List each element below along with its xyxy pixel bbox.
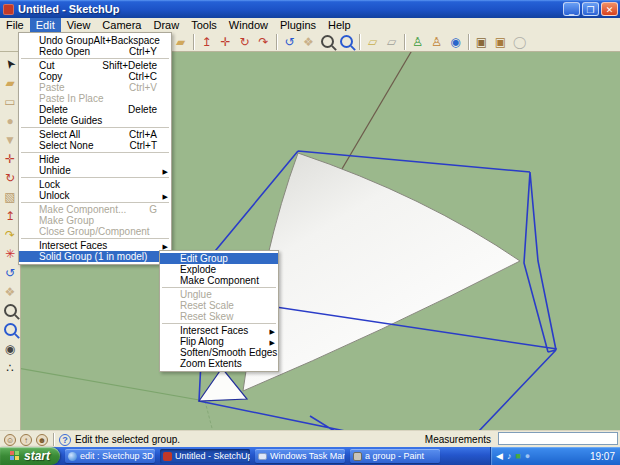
toolbar-separator <box>359 34 360 50</box>
menu-separator <box>21 58 169 59</box>
window-title: Untitled - SketchUp <box>18 3 119 15</box>
taskbar-task-a-group-paint[interactable]: a group - Paint <box>350 449 440 463</box>
menu-item-intersect-faces[interactable]: Intersect Faces▶ <box>19 240 171 251</box>
toolbar-separator <box>276 34 277 50</box>
menu-item-delete[interactable]: DeleteDelete <box>19 104 171 115</box>
taskbar-task-untitled-sketchup[interactable]: Untitled - SketchUp <box>160 449 250 463</box>
get-current-view-icon[interactable]: ♙ <box>408 33 427 51</box>
menu-camera[interactable]: Camera <box>96 18 147 32</box>
zoom-icon[interactable] <box>318 33 337 51</box>
start-button-label: start <box>24 449 50 463</box>
taskbar-task-windows-task-manager[interactable]: Windows Task Manager <box>255 449 345 463</box>
hide-tray-icons-chevron[interactable]: ◀ <box>496 447 503 465</box>
place-model-icon[interactable]: ◉ <box>446 33 465 51</box>
paint-task-icon <box>353 452 362 461</box>
menu-item-unhide[interactable]: Unhide▶ <box>19 165 171 176</box>
menu-item-solid-group-1-in-model[interactable]: Solid Group (1 in model)▶ <box>19 251 171 262</box>
orbit-tool[interactable]: ↺ <box>1 263 19 282</box>
menu-item-flip-along[interactable]: Flip Along▶ <box>160 336 278 347</box>
orbit-icon[interactable]: ↺ <box>280 33 299 51</box>
close-button[interactable]: ✕ <box>601 2 618 16</box>
zoom-tool[interactable] <box>1 301 19 320</box>
menu-item-cut[interactable]: CutShift+Delete <box>19 60 171 71</box>
select-tool[interactable]: ➤ <box>1 54 19 73</box>
start-button[interactable]: start <box>0 447 60 465</box>
menu-item-select-none[interactable]: Select NoneCtrl+T <box>19 140 171 151</box>
help-icon[interactable]: ? <box>59 434 71 446</box>
menu-item-make-component[interactable]: Make Component <box>160 275 278 286</box>
follow-me-icon[interactable]: ↷ <box>254 33 273 51</box>
follow-me-tool[interactable]: ↷ <box>1 225 19 244</box>
geo-location-icon[interactable]: ☻ <box>36 434 48 446</box>
solid-group-submenu-popup: Edit GroupExplodeMake ComponentUnglueRes… <box>159 250 279 372</box>
volume-icon[interactable]: ♪ <box>507 447 512 465</box>
taskbar-task-edit-sketchup-3d-m[interactable]: edit : Sketchup 3D m... <box>65 449 155 463</box>
menu-edit[interactable]: Edit <box>30 18 61 32</box>
eraser-icon[interactable]: ▰ <box>171 33 190 51</box>
share-component-icon[interactable]: ◯ <box>510 33 529 51</box>
rotate-tool[interactable]: ↻ <box>1 168 19 187</box>
menu-item-make-component: Make Component...G <box>19 204 171 215</box>
task-label: a group - Paint <box>365 451 424 461</box>
menu-plugins[interactable]: Plugins <box>274 18 322 32</box>
toggle-terrain-icon[interactable]: ♙ <box>427 33 446 51</box>
get-models-icon[interactable]: ▣ <box>472 33 491 51</box>
look-around-tool[interactable]: ◉ <box>1 339 19 358</box>
menu-item-reset-skew: Reset Skew <box>160 311 278 322</box>
section-display-icon[interactable]: ▱ <box>382 33 401 51</box>
pan-tool[interactable]: ❖ <box>1 282 19 301</box>
menu-item-delete-guides[interactable]: Delete Guides <box>19 115 171 126</box>
zoom-extents-icon[interactable] <box>337 33 356 51</box>
menu-view[interactable]: View <box>61 18 97 32</box>
monitor-task-icon <box>258 453 267 460</box>
walk-tool[interactable]: ∴ <box>1 358 19 377</box>
scale-tool[interactable]: ▧ <box>1 187 19 206</box>
sketchup-task-icon <box>163 452 172 461</box>
eraser-tool[interactable]: ▰ <box>1 73 19 92</box>
menu-item-select-all[interactable]: Select AllCtrl+A <box>19 129 171 140</box>
axes-tool[interactable]: ✳ <box>1 244 19 263</box>
move-icon[interactable]: ✛ <box>216 33 235 51</box>
menu-draw[interactable]: Draw <box>147 18 185 32</box>
move-tool[interactable]: ✛ <box>1 149 19 168</box>
section-plane-icon[interactable]: ▱ <box>363 33 382 51</box>
minimize-button[interactable]: _ <box>563 2 580 16</box>
rotate-icon[interactable]: ↻ <box>235 33 254 51</box>
menu-item-unlock[interactable]: Unlock▶ <box>19 190 171 201</box>
menu-item-redo-open[interactable]: Redo OpenCtrl+Y <box>19 46 171 57</box>
menu-item-hide[interactable]: Hide <box>19 154 171 165</box>
menu-tools[interactable]: Tools <box>185 18 223 32</box>
task-label: Windows Task Manager <box>270 451 345 461</box>
polygon-tool[interactable]: ▼ <box>1 130 19 149</box>
menu-help[interactable]: Help <box>322 18 357 32</box>
share-models-icon[interactable]: ▣ <box>491 33 510 51</box>
menu-item-paste: PasteCtrl+V <box>19 82 171 93</box>
restore-button[interactable]: ❐ <box>582 2 599 16</box>
menu-item-reset-scale: Reset Scale <box>160 300 278 311</box>
north-arrow-icon[interactable]: ↑ <box>20 434 32 446</box>
rectangle-tool[interactable]: ▭ <box>1 92 19 111</box>
menu-window[interactable]: Window <box>223 18 274 32</box>
pan-icon[interactable]: ❖ <box>299 33 318 51</box>
circle-tool[interactable]: ● <box>1 111 19 130</box>
zoom-extents-tool[interactable] <box>1 320 19 339</box>
menu-item-explode[interactable]: Explode <box>160 264 278 275</box>
menu-separator <box>162 287 276 288</box>
tray-icons: ◀♪■● <box>496 447 530 465</box>
menu-item-edit-group[interactable]: Edit Group <box>160 253 278 264</box>
menu-item-copy[interactable]: CopyCtrl+C <box>19 71 171 82</box>
menu-item-soften-smooth-edges[interactable]: Soften/Smooth Edges <box>160 347 278 358</box>
language-indicator-icon[interactable]: ■ <box>515 447 520 465</box>
push-pull-icon[interactable]: ↥ <box>197 33 216 51</box>
menu-item-lock[interactable]: Lock <box>19 179 171 190</box>
menu-file[interactable]: File <box>0 18 30 32</box>
updates-tray-icon[interactable]: ● <box>525 447 530 465</box>
credit-attribution-icon[interactable]: ☺ <box>4 434 16 446</box>
globe-task-icon <box>68 452 77 461</box>
measurements-input[interactable] <box>498 432 618 445</box>
menu-item-zoom-extents[interactable]: Zoom Extents <box>160 358 278 369</box>
menu-item-undo-group[interactable]: Undo GroupAlt+Backspace <box>19 35 171 46</box>
zoom-extents-icon-glass <box>340 35 353 48</box>
push-pull-tool[interactable]: ↥ <box>1 206 19 225</box>
menu-item-intersect-faces[interactable]: Intersect Faces▶ <box>160 325 278 336</box>
